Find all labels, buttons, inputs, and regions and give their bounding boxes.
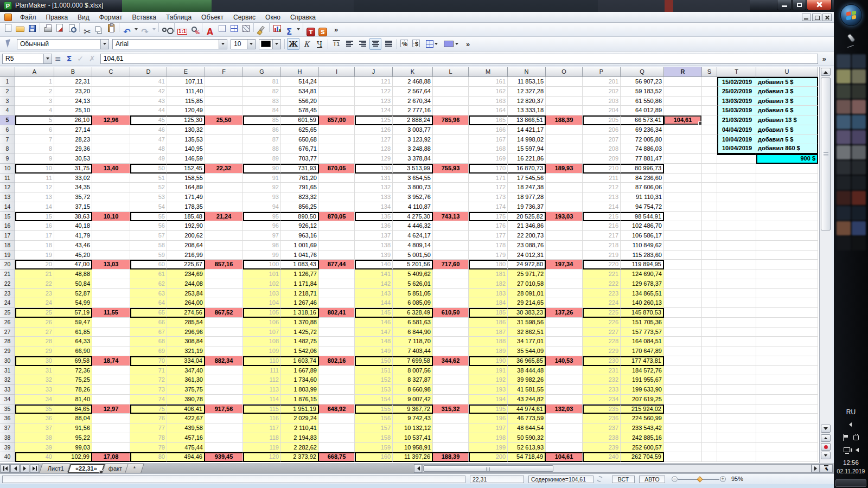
cell-H27[interactable]: 1 425,72 (281, 328, 319, 337)
cell-O16[interactable] (546, 221, 583, 231)
cell-A27[interactable]: 27 (15, 328, 54, 337)
column-header-E[interactable]: E (167, 67, 205, 77)
cell-S12[interactable] (702, 183, 717, 192)
save-icon[interactable] (26, 22, 38, 34)
cell-F16[interactable] (205, 221, 243, 231)
cell-S39[interactable] (702, 443, 717, 453)
cell-N24[interactable]: 29 214,65 (508, 298, 546, 308)
cell-U31[interactable] (756, 366, 818, 376)
cell-I23[interactable] (319, 289, 355, 299)
cell-I33[interactable] (319, 385, 355, 395)
cell-O13[interactable] (546, 192, 583, 202)
cell-C40[interactable]: 17,08 (92, 452, 130, 462)
cell-F3[interactable] (205, 97, 243, 106)
cell-R27[interactable] (664, 328, 702, 337)
cell-D5[interactable]: 45 (130, 115, 167, 125)
pinned-app-tile[interactable] (852, 100, 866, 114)
menu-item-Таблица[interactable]: Таблица (161, 12, 196, 22)
cell-H9[interactable]: 703,77 (281, 154, 319, 164)
cell-N26[interactable]: 31 598,56 (508, 318, 546, 328)
cell-O18[interactable] (546, 241, 583, 251)
cell-S4[interactable] (702, 106, 717, 115)
cell-P17[interactable]: 217 (583, 231, 621, 241)
menu-item-Объект[interactable]: Объект (196, 12, 228, 22)
cell-D36[interactable]: 76 (130, 414, 167, 423)
cell-M3[interactable]: 163 (469, 97, 508, 106)
cell-Q6[interactable]: 69 236,34 (621, 125, 664, 135)
cell-I3[interactable] (319, 97, 355, 106)
export-pdf-icon[interactable] (54, 22, 66, 34)
action-center-icon[interactable] (843, 434, 848, 441)
cell-U16[interactable] (756, 221, 818, 231)
cell-E8[interactable]: 140,95 (167, 144, 205, 154)
cell-M31[interactable]: 191 (469, 366, 508, 376)
cell-P12[interactable]: 212 (583, 183, 621, 192)
cell-A22[interactable]: 22 (15, 279, 54, 289)
cell-E23[interactable]: 253,84 (167, 289, 205, 299)
cell-J16[interactable]: 136 (355, 221, 393, 231)
cell-F7[interactable] (205, 135, 243, 145)
cell-Q19[interactable]: 115 283,60 (621, 251, 664, 260)
cell-N15[interactable]: 20 525,82 (508, 212, 546, 222)
column-header-S[interactable]: S (702, 67, 717, 77)
cell-R6[interactable] (664, 125, 702, 135)
cell-O30[interactable]: 140,53 (546, 356, 583, 366)
cell-H37[interactable]: 2 110,41 (281, 423, 319, 433)
cell-F32[interactable] (205, 375, 243, 385)
cell-N14[interactable]: 19 736,37 (508, 202, 546, 212)
cell-B16[interactable]: 40,18 (54, 221, 92, 231)
cell-I34[interactable] (319, 395, 355, 404)
cell-T13[interactable] (717, 192, 756, 202)
cell-L24[interactable] (433, 298, 469, 308)
cell-B3[interactable]: 24,13 (54, 97, 92, 106)
cell-H8[interactable]: 676,71 (281, 144, 319, 154)
menu-item-Правка[interactable]: Правка (41, 12, 73, 22)
cell-G33[interactable]: 113 (243, 385, 281, 395)
cell-N16[interactable]: 21 346,86 (508, 221, 546, 231)
cell-G31[interactable]: 111 (243, 366, 281, 376)
cell-G37[interactable]: 117 (243, 423, 281, 433)
new-document-icon[interactable] (2, 22, 14, 34)
align-justify-button[interactable] (382, 38, 394, 50)
cell-A29[interactable]: 29 (15, 346, 54, 356)
cell-C24[interactable] (92, 298, 130, 308)
cell-R33[interactable] (664, 385, 702, 395)
redo-dropdown-icon[interactable] (151, 23, 157, 35)
cell-D22[interactable]: 62 (130, 279, 167, 289)
cell-P39[interactable]: 239 (583, 443, 621, 453)
cell-H21[interactable]: 1 126,77 (281, 269, 319, 279)
cell-I36[interactable] (319, 414, 355, 423)
pinned-app-tile[interactable] (852, 191, 866, 205)
cell-N39[interactable]: 52 613,93 (508, 443, 546, 453)
cell-I10[interactable]: 870,05 (319, 164, 355, 174)
cell-H35[interactable]: 1 951,19 (281, 404, 319, 414)
cell-I25[interactable]: 802,41 (319, 308, 355, 318)
cell-M28[interactable]: 188 (469, 337, 508, 346)
cell-U32[interactable] (756, 375, 818, 385)
cell-J20[interactable]: 140 (355, 260, 393, 269)
language-indicator[interactable]: RU (834, 408, 868, 416)
cell-S40[interactable] (702, 452, 717, 462)
cell-R19[interactable] (664, 251, 702, 260)
pinned-app-tile[interactable] (852, 69, 866, 84)
cell-F40[interactable]: 939,45 (205, 452, 243, 462)
cell-N31[interactable]: 38 444,48 (508, 366, 546, 376)
cell-T27[interactable] (717, 328, 756, 337)
cell-B38[interactable]: 95,22 (54, 433, 92, 443)
cell-F1[interactable] (205, 77, 243, 87)
cell-J32[interactable]: 152 (355, 375, 393, 385)
title-bar[interactable]: P PlanMaker - [1.000.000 $.xlsx] (0, 0, 834, 12)
column-header-H[interactable]: H (281, 67, 319, 77)
cell-P32[interactable]: 232 (583, 375, 621, 385)
cell-J13[interactable]: 133 (355, 192, 393, 202)
cell-L37[interactable] (433, 423, 469, 433)
cell-O6[interactable] (546, 125, 583, 135)
cell-Q14[interactable]: 94 754,72 (621, 202, 664, 212)
hatch-pattern-icon[interactable] (240, 22, 252, 34)
cell-U30[interactable] (756, 356, 818, 366)
cell-A38[interactable]: 38 (15, 433, 54, 443)
cell-K37[interactable]: 10 132,12 (393, 423, 433, 433)
zoom-in-button[interactable]: + (720, 476, 726, 482)
cell-I20[interactable]: 877,44 (319, 260, 355, 269)
cell-K38[interactable]: 10 537,41 (393, 433, 433, 443)
